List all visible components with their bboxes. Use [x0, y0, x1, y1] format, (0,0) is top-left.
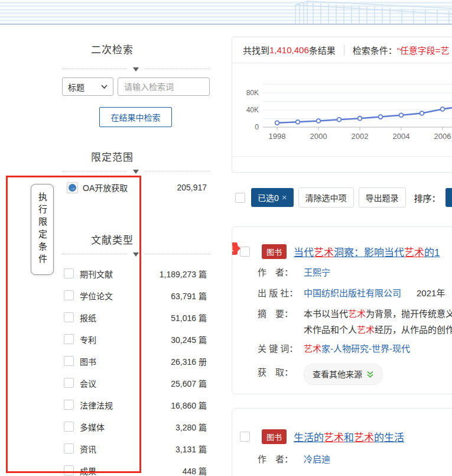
result-title-link[interactable]: 生活的艺术和艺术的生活 [294, 429, 404, 444]
collapse-triangle-icon [133, 67, 139, 75]
publisher-field: 出 版 社： 广州：广东人民出版社 2019年 ISB [232, 474, 452, 476]
text-segment: 艺术 [304, 344, 321, 354]
doc-type-badge: 图书 [262, 244, 287, 259]
selected-count-label: 已选0 [258, 192, 279, 203]
text-segment: 艺术 [314, 247, 334, 258]
svg-text:40K: 40K [246, 106, 259, 114]
doc-type-count: 16,860 篇 [171, 399, 207, 411]
line-chart: 19982000200220042006040K80K [232, 63, 452, 156]
found-prefix: 共找到 [243, 44, 269, 56]
text-segment[interactable]: 当代 [294, 247, 314, 258]
oa-filter-count: 205,917 [177, 183, 207, 192]
search-field-select[interactable]: 标题 [62, 77, 113, 96]
author-link[interactable]: 冷启迪 [304, 452, 330, 467]
text-segment[interactable]: 的生活 [374, 432, 404, 443]
abstract-line-2: 术作品和个人艺术经历，从作品的创作 [304, 323, 452, 337]
abstract-line-1: 本书以当代艺术为背景，抛开传统意义 [304, 307, 452, 321]
stats-card-footer [232, 156, 452, 173]
vertical-separator [344, 45, 344, 56]
page: 二次检索 标题 在结果中检索 限定范围 → OA开放获取 205,917 文献类… [0, 0, 452, 476]
author-field: 作 者： 王熙宁 [232, 265, 452, 280]
field-label: 作 者： [258, 452, 301, 467]
doc-type-count: 448 篇 [183, 465, 207, 476]
apply-filter-tooltip: 执行限定条件 [31, 184, 54, 275]
svg-text:2002: 2002 [352, 132, 369, 141]
result-card-1: 1 图书 当代艺术洞察：影响当代艺术的1 作 者： 王熙宁 出 版 社： 中国纺… [232, 226, 452, 394]
text-segment: 为背景，抛开传统意义 [366, 309, 452, 319]
view-other-sources-button[interactable]: 查看其他来源 [304, 364, 383, 385]
result-head: 图书 当代艺术洞察：影响当代艺术的1 [232, 244, 452, 259]
text-segment: 术作品和个人 [304, 325, 357, 335]
secondary-search-title: 二次检索 [0, 41, 225, 56]
chevron-down-icon [101, 85, 108, 89]
field-label: 作 者： [258, 265, 301, 280]
select-all-checkbox[interactable] [235, 193, 245, 203]
keywords-field: 关 键 词： 艺术家-人物研究-世界-现代 [232, 342, 452, 356]
abstract-text: 本书以当代艺术为背景，抛开传统意义 术作品和个人艺术经历，从作品的创作 [304, 307, 452, 337]
text-segment[interactable]: 家-人物研究-世界-现代 [321, 344, 410, 354]
search-field-selected: 标题 [68, 81, 84, 93]
dotted-line [145, 171, 210, 171]
field-label: 出 版 社： [258, 474, 301, 476]
results-count-bar: 共找到 1,410,406 条结果 检索条件： “任意字段=艺 [232, 37, 452, 63]
view-other-sources-label: 查看其他来源 [313, 367, 362, 381]
search-input[interactable] [118, 77, 210, 96]
sort-label: 排序： [414, 192, 441, 204]
doc-type-count: 25,607 篇 [171, 377, 207, 389]
text-segment[interactable]: 和 [344, 432, 354, 443]
text-segment: 经历，从作品的创作 [375, 325, 452, 335]
results-by-year-chart: 19982000200220042006040K80K [232, 63, 452, 156]
access-field: 获 取： 查看其他来源 [232, 364, 452, 385]
condition-label: 检索条件： [353, 44, 397, 56]
result-checkbox[interactable] [240, 432, 250, 442]
text-segment[interactable]: 洞察：影响当代 [334, 247, 404, 258]
doc-type-count: 26,316 册 [171, 355, 207, 367]
selected-count-button[interactable]: 已选0 × [251, 188, 294, 207]
publish-year: 2021年 [417, 286, 445, 300]
search-in-results-button[interactable]: 在结果中检索 [99, 107, 172, 127]
found-suffix: 条结果 [309, 44, 336, 56]
chevron-double-down-icon [366, 371, 374, 378]
results-toolbar: 已选0 × 清除选中项 导出题录 排序： 相关度 [232, 188, 452, 207]
clear-selection-button[interactable]: 清除选中项 [298, 187, 354, 208]
publisher-link[interactable]: 广州：广东人民出版社 [304, 474, 392, 476]
found-count: 1,410,406 [269, 45, 309, 55]
svg-text:0: 0 [255, 123, 259, 131]
svg-text:2006: 2006 [434, 132, 451, 141]
text-segment[interactable]: 生活的 [294, 432, 324, 443]
field-label: 摘 要： [258, 307, 301, 337]
dotted-line [62, 171, 127, 171]
text-segment: 艺术 [324, 432, 344, 443]
publish-year: 2019年 [408, 474, 436, 476]
dotted-line [145, 69, 210, 69]
author-field: 作 者： 冷启迪 [232, 452, 452, 467]
author-link[interactable]: 王熙宁 [304, 265, 330, 280]
text-segment: 艺术 [404, 247, 424, 258]
text-segment: 艺术 [357, 325, 375, 335]
keywords-links[interactable]: 艺术家-人物研究-世界-现代 [304, 342, 410, 356]
doc-type-badge: 图书 [262, 429, 287, 444]
close-icon[interactable]: × [282, 193, 287, 202]
result-title-link[interactable]: 当代艺术洞察：影响当代艺术的1 [294, 244, 440, 259]
doc-type-count: 3,280 篇 [175, 421, 207, 433]
field-label: 出 版 社： [258, 286, 301, 300]
doc-type-count: 3,131 篇 [175, 443, 207, 455]
section-divider [62, 167, 210, 174]
limit-scope-title: 限定范围 [0, 149, 225, 164]
text-segment[interactable]: 的1 [424, 247, 440, 258]
top-banner [0, 0, 452, 25]
result-card-2: 图书 生活的艺术和艺术的生活 作 者： 冷启迪 出 版 社： 广州：广东人民出版… [232, 408, 452, 476]
doc-type-count: 30,245 篇 [171, 333, 207, 345]
doc-type-count: 51,016 篇 [171, 312, 207, 323]
svg-text:80K: 80K [246, 89, 259, 97]
abstract-field: 摘 要： 本书以当代艺术为背景，抛开传统意义 术作品和个人艺术经历，从作品的创作 [232, 307, 452, 337]
text-segment: 艺术 [348, 309, 366, 319]
publisher-field: 出 版 社： 中国纺织出版社有限公司 2021年 IS [232, 286, 452, 300]
dotted-line [145, 254, 210, 254]
field-label: 关 键 词： [258, 342, 301, 356]
doc-type-count: 63,791 篇 [171, 290, 207, 302]
publisher-link[interactable]: 中国纺织出版社有限公司 [304, 286, 401, 300]
sort-relevance-button[interactable]: 相关度 [446, 188, 452, 207]
export-citations-button[interactable]: 导出题录 [359, 187, 406, 208]
building-line-art-icon [275, 0, 452, 24]
